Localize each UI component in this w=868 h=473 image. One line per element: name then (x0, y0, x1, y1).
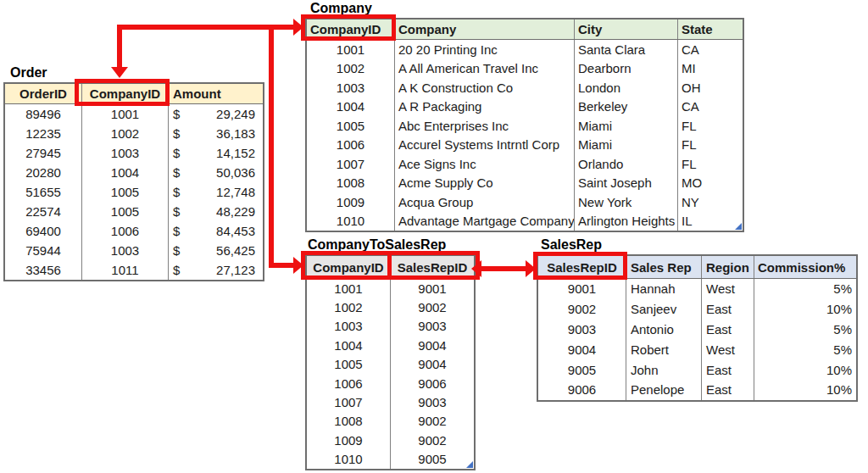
cell: 1009 (307, 192, 394, 212)
cell: 9006 (538, 380, 626, 400)
cell: CA (677, 97, 743, 117)
cell: CompanyID (307, 19, 394, 39)
salesrep-table: SalesRep SalesRepIDSales RepRegionCommis… (537, 236, 858, 402)
cell: 89496 (5, 104, 81, 124)
cell: Santa Clara (574, 40, 677, 59)
cell: 1003 (81, 241, 168, 260)
cell: 1004 (81, 163, 168, 182)
cell: 10% (754, 299, 856, 320)
cell: 1007 (307, 392, 390, 411)
cell: East (701, 299, 754, 320)
table-row: 1004A R PackagingBerkeleyCA (307, 97, 743, 117)
cell: $27,123 (168, 260, 263, 280)
cell: 9004 (538, 339, 626, 359)
cell: CompanyID (81, 84, 168, 103)
table-row: 9006PenelopeEast10% (538, 380, 856, 400)
table-row: 9005JohnEast10% (538, 359, 856, 380)
cell: 9001 (390, 279, 474, 298)
cell: Commission% (754, 256, 856, 278)
cell: Dearborn (574, 59, 677, 79)
cell: 1001 (81, 104, 168, 124)
cell: 10% (754, 380, 856, 400)
table-corner-handle (735, 223, 742, 230)
cell: FL (677, 154, 743, 174)
cell: Orlando (574, 154, 677, 174)
cell: 9006 (390, 374, 474, 392)
table-row: 694001006$84,453 (5, 221, 263, 241)
company-to-salesrep-header-row: CompanyIDSalesRepID (307, 256, 474, 279)
arrowhead-into-company-companyid-icon (293, 19, 303, 36)
table-row: 9002SanjeevEast10% (538, 299, 856, 320)
table-row: 9004RobertWest5% (538, 339, 856, 359)
table-row: 279451003$14,152 (5, 143, 263, 163)
cell: 1003 (307, 317, 390, 336)
table-row: 225741005$48,229 (5, 202, 263, 221)
order-table-grid: OrderIDCompanyIDAmount 894961001$29,2491… (3, 82, 264, 281)
cell: 1006 (307, 136, 394, 155)
arrow-order-company-vertical-segment (117, 25, 122, 67)
table-row: 1006Accurel Systems Intrntl CorpMiamiFL (307, 136, 743, 155)
cell: $48,229 (168, 202, 263, 221)
company-header-row: CompanyIDCompanyCityState (307, 19, 743, 40)
cell: 1001 (307, 40, 394, 59)
cell: East (701, 320, 754, 340)
table-row: 100120 20 Printing IncSanta ClaraCA (307, 40, 743, 59)
cell: 1002 (81, 124, 168, 143)
cell: Amount (168, 84, 263, 103)
arrowhead-into-salesrep-salesrepid-icon (526, 260, 536, 277)
cell: $36,183 (168, 124, 263, 143)
cell: 1007 (307, 154, 394, 174)
cell: 1011 (81, 260, 168, 280)
company-table-grid: CompanyIDCompanyCityState 100120 20 Prin… (305, 18, 744, 232)
cell: OrderID (5, 84, 81, 103)
cell: City (574, 19, 677, 39)
cell: FL (677, 136, 743, 155)
cell: London (574, 78, 677, 97)
table-row: 1005Abc Enterprises IncMiamiFL (307, 116, 743, 136)
cell: $50,036 (168, 163, 263, 182)
cell: 1001 (307, 279, 390, 298)
cell: 51655 (5, 182, 81, 202)
cell: 9002 (390, 298, 474, 316)
company-to-salesrep-rows: 1001900110029002100390031004900410059004… (307, 279, 474, 469)
company-to-salesrep-title: CompanyToSalesRep (308, 236, 476, 253)
relationship-diagram: Order OrderIDCompanyIDAmount 894961001$2… (0, 0, 868, 473)
cell: 1005 (307, 116, 394, 136)
arrowhead-into-companytosalesrep-companyid-icon (293, 257, 303, 274)
table-row: 10029002 (307, 298, 474, 316)
cell: Sales Rep (626, 256, 701, 278)
cell: Ace Signs Inc (394, 154, 574, 174)
cell: 9002 (390, 412, 474, 431)
cell: 1005 (307, 355, 390, 374)
cell: 20280 (5, 163, 81, 182)
cell: West (701, 339, 754, 359)
cell: 1006 (307, 374, 390, 392)
cell: Saint Joseph (574, 174, 677, 193)
cell: 27945 (5, 143, 81, 163)
cell: 9003 (390, 392, 474, 411)
cell: 5% (754, 320, 856, 340)
cell: 1005 (81, 182, 168, 202)
table-corner-handle (466, 461, 473, 468)
salesrep-table-grid: SalesRepIDSales RepRegionCommission% 900… (537, 254, 858, 402)
cell: Abc Enterprises Inc (394, 116, 574, 136)
table-row: 1010Advantage Martgage CompanyArlington … (307, 212, 743, 231)
cell: Robert (626, 339, 701, 359)
cell: West (701, 279, 754, 299)
table-row: 9003AntonioEast5% (538, 320, 856, 340)
table-row: 10089002 (307, 412, 474, 431)
cell: 12235 (5, 124, 81, 143)
cell: Arlington Heights (574, 212, 677, 231)
cell: 9004 (390, 355, 474, 374)
table-row: 10099002 (307, 431, 474, 449)
cell: A R Packaging (394, 97, 574, 117)
cell: NY (677, 192, 743, 212)
cell: Company (394, 19, 574, 39)
cell: 1003 (307, 78, 394, 97)
table-row: 1008Acme Supply CoSaint JosephMO (307, 174, 743, 193)
order-table-title: Order (10, 64, 264, 81)
cell: Advantage Martgage Company (394, 212, 574, 231)
cell: 22574 (5, 202, 81, 221)
company-table: Company CompanyIDCompanyCityState 100120… (305, 0, 744, 232)
cell: Region (701, 256, 754, 278)
